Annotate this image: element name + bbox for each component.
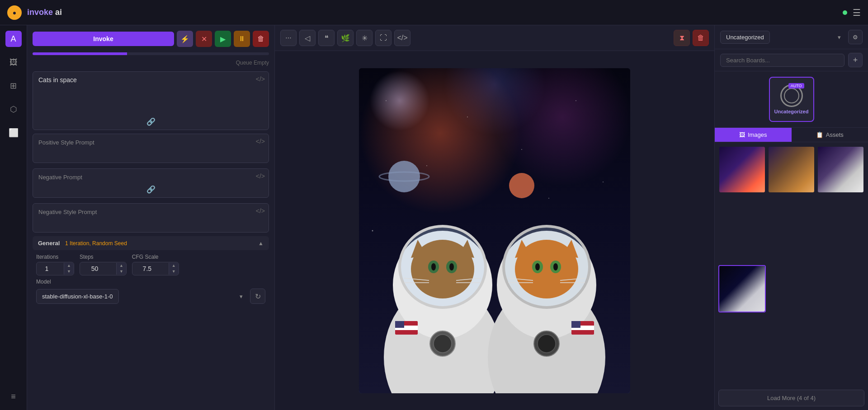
general-title: General	[38, 240, 60, 247]
general-section: General 1 Iteration, Random Seed ▲ Itera…	[33, 236, 269, 308]
progress-bar	[33, 52, 269, 55]
grid-item-selected[interactable]	[718, 265, 766, 312]
thumbnail-4	[719, 266, 765, 312]
svg-point-40	[538, 335, 556, 353]
main-prompt-area[interactable]: Cats in space </> 🔗	[33, 71, 269, 130]
pause-button[interactable]: ⏸	[234, 31, 250, 47]
uncategorized-board-thumb[interactable]: AUTO Uncategorized	[769, 77, 814, 122]
iterations-input-container: ▲ ▼	[36, 262, 74, 275]
topbar: ● invoke ai ☰	[0, 0, 868, 25]
board-select[interactable]: Uncategorized	[720, 31, 770, 44]
model-refresh-button[interactable]: ↻	[250, 289, 265, 304]
tab-images[interactable]: 🖼 Images	[715, 128, 792, 142]
code-icon[interactable]: </>	[256, 75, 265, 83]
iterations-label: Iterations	[36, 254, 74, 260]
grid-item[interactable]	[817, 146, 864, 193]
general-subtitle: 1 Iteration, Random Seed	[65, 240, 127, 247]
play-button[interactable]: ▶	[215, 31, 231, 47]
cfg-input[interactable]	[132, 262, 169, 275]
image-grid	[715, 142, 868, 386]
code-view-button[interactable]: </>	[394, 30, 410, 46]
board-settings-button[interactable]: ⚙	[848, 30, 863, 44]
hourglass-button[interactable]: ⧗	[674, 30, 690, 46]
add-board-button[interactable]: +	[848, 53, 863, 67]
chevron-up-icon: ▲	[258, 240, 264, 247]
grid-item[interactable]	[768, 146, 815, 193]
cfg-spinners: ▲ ▼	[169, 263, 179, 275]
model-select-wrapper: stable-diffusion-xl-base-1-0	[36, 289, 246, 304]
thumbnail-1	[719, 147, 765, 192]
thumbnail-3	[818, 147, 863, 192]
negative-link-icon[interactable]: 🔗	[146, 185, 156, 194]
iterations-down[interactable]: ▼	[64, 269, 74, 275]
steps-field: Steps ▲ ▼	[80, 254, 127, 275]
nav-item-box[interactable]: ⬜	[5, 125, 22, 141]
assets-tab-label: Assets	[826, 131, 844, 138]
negative-style-code-icon[interactable]: </>	[256, 207, 265, 214]
asterisk-button[interactable]: ✳	[356, 30, 373, 46]
cfg-scale-field: CFG Scale ▲ ▼	[132, 254, 179, 275]
trash-button[interactable]: 🗑	[253, 31, 269, 47]
nav-item-grid[interactable]: ⊞	[5, 78, 22, 94]
board-thumb-icon: AUTO	[780, 84, 803, 107]
general-section-content: Iterations ▲ ▼ Steps	[33, 250, 269, 308]
positive-style-prompt-area[interactable]: Positive Style Prompt </>	[33, 134, 269, 163]
negative-style-prompt-area[interactable]: Negative Style Prompt </>	[33, 203, 269, 233]
svg-point-41	[388, 161, 420, 192]
gallery-tabs: 🖼 Images 📋 Assets	[715, 128, 868, 142]
quote-button[interactable]: ❝	[318, 30, 335, 46]
cfg-down[interactable]: ▼	[169, 269, 179, 275]
tab-assets[interactable]: 📋 Assets	[792, 128, 868, 142]
center-panel: ··· ◁ ❝ 🌿 ✳ ⛶ </> ⧗ 🗑	[275, 25, 714, 410]
images-icon: 🖼	[739, 131, 745, 138]
svg-rect-35	[571, 330, 594, 335]
steps-input[interactable]	[80, 262, 116, 275]
cfg-label: CFG Scale	[132, 254, 179, 260]
app-name: invoke ai	[27, 8, 62, 17]
steps-label: Steps	[80, 254, 127, 260]
svg-rect-18	[395, 321, 404, 328]
svg-point-43	[509, 173, 534, 198]
positive-style-code-icon[interactable]: </>	[256, 138, 265, 145]
main-generated-image	[359, 68, 630, 393]
invoke-toolbar: Invoke ⚡ ✕ ▶ ⏸ 🗑	[33, 31, 269, 47]
lightning-button[interactable]: ⚡	[177, 31, 193, 47]
general-section-header[interactable]: General 1 Iteration, Random Seed ▲	[33, 236, 269, 250]
iterations-field: Iterations ▲ ▼	[36, 254, 74, 275]
iterations-up[interactable]: ▲	[64, 263, 74, 269]
images-tab-label: Images	[748, 131, 767, 138]
delete-image-button[interactable]: 🗑	[693, 30, 709, 46]
hamburger-menu-icon[interactable]: ☰	[853, 7, 861, 18]
branch-button[interactable]: 🌿	[337, 30, 354, 46]
right-panel: Uncategorized ⚙ + AUTO Uncategorized 🖼 I…	[714, 25, 868, 410]
negative-style-label: Negative Style Prompt	[38, 209, 97, 215]
cfg-up[interactable]: ▲	[169, 263, 179, 269]
nav-item-nodes[interactable]: ⬡	[5, 101, 22, 117]
model-select[interactable]: stable-diffusion-xl-base-1-0	[36, 289, 119, 304]
load-more-button[interactable]: Load More (4 of 4)	[718, 390, 864, 406]
grid-item[interactable]	[718, 146, 766, 193]
more-options-button[interactable]: ···	[280, 30, 297, 46]
board-select-wrapper: Uncategorized	[720, 31, 844, 44]
negative-code-icon[interactable]: </>	[256, 172, 265, 180]
left-panel: Invoke ⚡ ✕ ▶ ⏸ 🗑 Queue Empty Cats in spa…	[27, 25, 275, 410]
svg-point-8	[431, 263, 436, 270]
iterations-input[interactable]	[37, 262, 64, 275]
negative-prompt-area[interactable]: Negative Prompt </> 🔗	[33, 168, 269, 198]
board-thumb-label: Uncategorized	[774, 109, 809, 114]
cancel-button[interactable]: ✕	[196, 31, 212, 47]
assets-icon: 📋	[816, 131, 823, 138]
expand-button[interactable]: ⛶	[375, 30, 392, 46]
steps-up[interactable]: ▲	[117, 263, 126, 269]
nav-item-user[interactable]: A	[5, 31, 22, 47]
steps-down[interactable]: ▼	[117, 269, 126, 275]
queue-status: Queue Empty	[33, 60, 269, 66]
invoke-button[interactable]: Invoke	[33, 32, 174, 46]
nav-item-menu[interactable]: ≡	[5, 388, 22, 405]
link-icon[interactable]: 🔗	[146, 117, 156, 126]
search-boards-input[interactable]	[720, 54, 844, 67]
nav-item-images[interactable]: 🖼	[5, 54, 22, 70]
send-to-button[interactable]: ◁	[299, 30, 316, 46]
search-row: +	[715, 49, 868, 71]
negative-prompt-label: Negative Prompt	[38, 174, 82, 181]
